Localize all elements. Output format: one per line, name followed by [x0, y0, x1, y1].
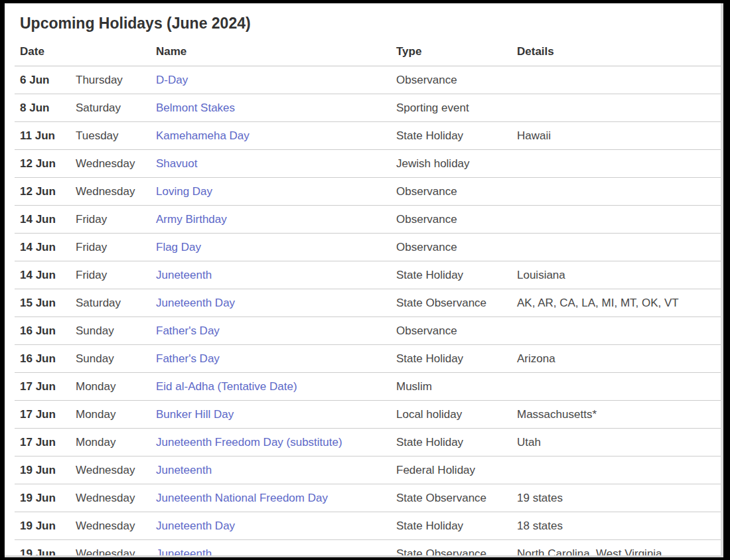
details-cell: Utah [512, 429, 721, 456]
details-cell [512, 234, 721, 261]
weekday-cell: Friday [70, 234, 151, 261]
name-cell: Belmont Stakes [151, 94, 391, 122]
details-cell [512, 150, 721, 178]
holiday-link[interactable]: Father's Day [156, 352, 220, 365]
table-header-row: Date Name Type Details [15, 38, 721, 66]
date-cell: 17 Jun [15, 373, 70, 401]
weekday-cell: Wednesday [70, 512, 151, 540]
date-cell: 16 Jun [15, 345, 70, 373]
name-cell: Juneteenth Day [151, 512, 391, 540]
name-cell: Juneteenth National Freedom Day [151, 484, 391, 512]
date-cell: 6 Jun [15, 66, 70, 94]
table-row: 19 Jun Wednesday Juneteenth State Observ… [15, 540, 721, 558]
details-column-header: Details [512, 38, 721, 66]
table-row: 19 Jun Wednesday Juneteenth Day State Ho… [15, 512, 721, 540]
details-cell: 19 states [512, 484, 721, 512]
holiday-link[interactable]: Bunker Hill Day [156, 408, 234, 421]
weekday-cell: Wednesday [70, 150, 151, 178]
holiday-link[interactable]: Father's Day [156, 324, 220, 337]
details-cell [512, 178, 721, 206]
table-row: 12 Jun Wednesday Shavuot Jewish holiday [15, 150, 721, 178]
type-cell: State Holiday [391, 345, 512, 373]
weekday-cell: Monday [70, 429, 151, 456]
table-row: 17 Jun Monday Eid al-Adha (Tentative Dat… [15, 373, 721, 401]
weekday-cell: Wednesday [70, 484, 151, 512]
holiday-link[interactable]: Juneteenth Day [156, 297, 235, 309]
holiday-link[interactable]: Juneteenth National Freedom Day [156, 492, 328, 504]
weekday-cell: Wednesday [70, 540, 151, 558]
holiday-link[interactable]: Loving Day [156, 185, 212, 198]
name-cell: Father's Day [151, 345, 391, 373]
holiday-link[interactable]: Juneteenth Day [156, 520, 235, 532]
date-cell: 17 Jun [15, 401, 70, 429]
table-row: 16 Jun Sunday Father's Day Observance [15, 317, 721, 345]
type-cell: State Holiday [391, 122, 512, 150]
table-row: 14 Jun Friday Flag Day Observance [15, 234, 721, 261]
details-cell [512, 456, 721, 484]
date-cell: 14 Jun [15, 261, 70, 289]
table-row: 17 Jun Monday Juneteenth Freedom Day (su… [15, 429, 721, 456]
holidays-page: Upcoming Holidays (June 2024) Date Name … [5, 3, 723, 557]
weekday-cell: Saturday [70, 289, 151, 317]
date-cell: 15 Jun [15, 289, 70, 317]
weekday-cell: Friday [70, 206, 151, 234]
name-cell: Father's Day [151, 317, 391, 345]
details-cell: AK, AR, CA, LA, MI, MT, OK, VT [512, 289, 721, 317]
details-cell [512, 206, 721, 234]
holiday-link[interactable]: Juneteenth Freedom Day (substitute) [156, 436, 342, 449]
holiday-link[interactable]: Belmont Stakes [156, 102, 235, 114]
holiday-link[interactable]: Juneteenth [156, 547, 212, 558]
table-row: 14 Jun Friday Juneteenth State Holiday L… [15, 261, 721, 289]
type-cell: State Observance [391, 289, 512, 317]
type-cell: Local holiday [391, 401, 512, 429]
table-row: 15 Jun Saturday Juneteenth Day State Obs… [15, 289, 721, 317]
weekday-column-header [70, 38, 151, 66]
name-cell: Juneteenth [151, 456, 391, 484]
date-cell: 17 Jun [15, 429, 70, 456]
type-cell: Muslim [391, 373, 512, 401]
name-cell: Loving Day [151, 178, 391, 206]
table-row: 19 Jun Wednesday Juneteenth National Fre… [15, 484, 721, 512]
type-cell: Federal Holiday [391, 456, 512, 484]
date-cell: 11 Jun [15, 122, 70, 150]
type-cell: State Holiday [391, 429, 512, 456]
holiday-link[interactable]: Juneteenth [156, 269, 212, 281]
name-cell: Juneteenth Freedom Day (substitute) [151, 429, 391, 456]
details-cell: North Carolina, West Virginia [512, 540, 721, 558]
weekday-cell: Monday [70, 373, 151, 401]
name-cell: D-Day [151, 66, 391, 94]
type-cell: State Observance [391, 540, 512, 558]
weekday-cell: Monday [70, 401, 151, 429]
type-cell: Observance [391, 178, 512, 206]
date-cell: 8 Jun [15, 94, 70, 122]
holiday-link[interactable]: Army Birthday [156, 213, 227, 226]
table-row: 6 Jun Thursday D-Day Observance [15, 66, 721, 94]
date-cell: 19 Jun [15, 484, 70, 512]
details-cell [512, 373, 721, 401]
name-cell: Shavuot [151, 150, 391, 178]
holiday-link[interactable]: Flag Day [156, 241, 201, 253]
type-cell: Observance [391, 317, 512, 345]
holiday-link[interactable]: Kamehameha Day [156, 129, 250, 142]
date-cell: 12 Jun [15, 150, 70, 178]
type-cell: State Holiday [391, 512, 512, 540]
date-column-header: Date [15, 38, 70, 66]
type-cell: Sporting event [391, 94, 512, 122]
details-cell: Arizona [512, 345, 721, 373]
type-cell: State Observance [391, 484, 512, 512]
table-row: 12 Jun Wednesday Loving Day Observance [15, 178, 721, 206]
table-row: 14 Jun Friday Army Birthday Observance [15, 206, 721, 234]
holiday-link[interactable]: Eid al-Adha (Tentative Date) [156, 380, 297, 393]
details-cell: Hawaii [512, 122, 721, 150]
name-cell: Juneteenth [151, 540, 391, 558]
name-cell: Juneteenth Day [151, 289, 391, 317]
holiday-link[interactable]: Shavuot [156, 157, 197, 170]
weekday-cell: Sunday [70, 317, 151, 345]
weekday-cell: Thursday [70, 66, 151, 94]
name-cell: Juneteenth [151, 261, 391, 289]
holiday-link[interactable]: D-Day [156, 74, 188, 86]
name-cell: Kamehameha Day [151, 122, 391, 150]
table-row: 11 Jun Tuesday Kamehameha Day State Holi… [15, 122, 721, 150]
date-cell: 14 Jun [15, 206, 70, 234]
holiday-link[interactable]: Juneteenth [156, 464, 212, 476]
